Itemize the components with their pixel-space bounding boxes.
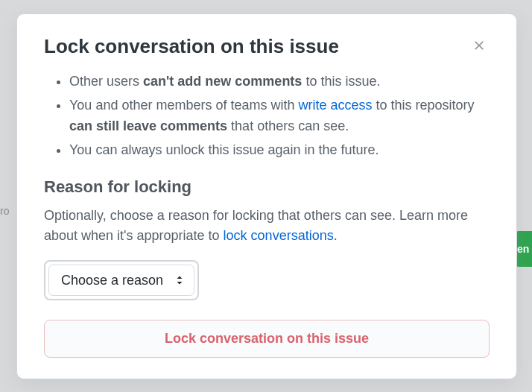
list-item: You and other members of teams with writ…	[69, 95, 490, 137]
reason-help-text: Optionally, choose a reason for locking …	[44, 206, 490, 247]
text: Other users	[69, 74, 143, 89]
text: to this repository	[373, 98, 475, 113]
list-item: Other users can't add new comments to th…	[69, 72, 490, 92]
background-text-left: ro	[0, 205, 9, 217]
info-bullet-list: Other users can't add new comments to th…	[44, 72, 490, 161]
text-strong: can still leave comments	[69, 118, 227, 133]
dialog-title: Lock conversation on this issue	[44, 35, 339, 58]
lock-conversation-button[interactable]: Lock conversation on this issue	[44, 320, 490, 358]
lock-conversations-link[interactable]: lock conversations	[224, 228, 334, 243]
text: to this issue.	[302, 74, 380, 89]
reason-heading: Reason for locking	[44, 177, 490, 197]
text: .	[334, 228, 338, 243]
write-access-link[interactable]: write access	[299, 98, 373, 113]
text: that others can see.	[227, 118, 349, 133]
lock-conversation-dialog: Lock conversation on this issue Other us…	[16, 13, 517, 379]
reason-select[interactable]: Choose a reason	[48, 265, 194, 296]
reason-select-wrapper: Choose a reason	[44, 260, 199, 300]
list-item: You can always unlock this issue again i…	[69, 140, 490, 161]
close-icon	[472, 38, 487, 55]
close-button[interactable]	[469, 35, 490, 58]
text: You and other members of teams with	[69, 98, 299, 113]
dialog-header: Lock conversation on this issue	[44, 35, 490, 58]
text-strong: can't add new comments	[143, 74, 302, 89]
